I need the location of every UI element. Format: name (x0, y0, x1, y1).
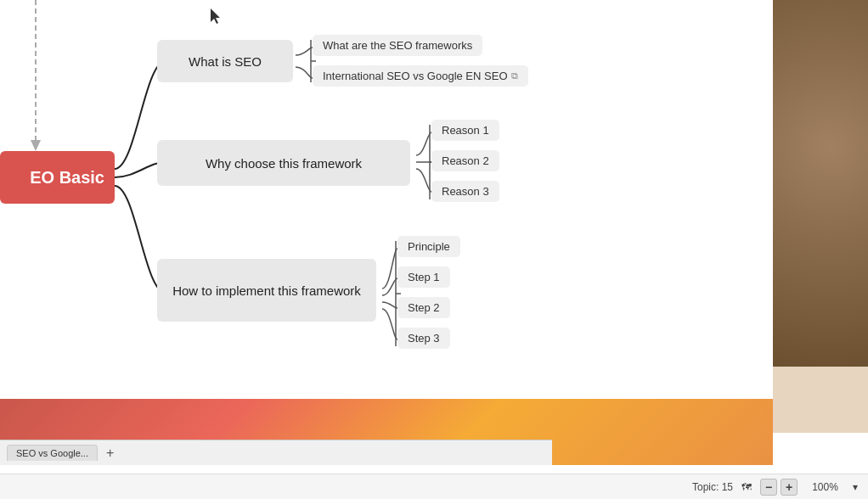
leaf-principle[interactable]: Principle (397, 236, 460, 257)
leaf-principle-label: Principle (408, 240, 450, 253)
leaf-international-seo[interactable]: International SEO vs Google EN SEO ⧉ (313, 65, 528, 87)
status-bar: Topic: 15 🗺 − + 100% ▾ (0, 474, 868, 499)
node-why-choose[interactable]: Why choose this framework (157, 140, 410, 186)
leaf-reason2[interactable]: Reason 2 (431, 150, 499, 171)
zoom-level: 100% (806, 481, 844, 493)
node-what-is-seo[interactable]: What is SEO (157, 40, 293, 82)
cursor-pointer (211, 8, 221, 24)
leaf-step1[interactable]: Step 1 (397, 266, 450, 288)
leaf-seo-frameworks-label: What are the SEO frameworks (323, 39, 472, 52)
node-how-to[interactable]: How to implement this framework (157, 259, 376, 322)
zoom-dropdown-icon[interactable]: ▾ (853, 481, 858, 493)
mind-map-canvas: EO Basic What is SEO What are the SEO fr… (0, 0, 773, 433)
topic-count: Topic: 15 (692, 481, 733, 493)
leaf-step3[interactable]: Step 3 (397, 328, 450, 349)
leaf-step2[interactable]: Step 2 (397, 297, 450, 318)
leaf-reason3-label: Reason 3 (442, 185, 489, 198)
node-how-to-label: How to implement this framework (172, 283, 361, 298)
map-icon: 🗺 (741, 481, 752, 493)
leaf-international-seo-label: International SEO vs Google EN SEO (323, 70, 508, 82)
leaf-step3-label: Step 3 (408, 332, 440, 345)
copy-icon[interactable]: ⧉ (511, 70, 518, 81)
zoom-controls: − + (760, 479, 798, 496)
add-tab-button[interactable]: + (101, 446, 119, 461)
svg-marker-2 (211, 8, 220, 24)
svg-marker-1 (31, 140, 41, 151)
zoom-in-button[interactable]: + (781, 479, 798, 496)
tab-seo-google[interactable]: SEO vs Google... (7, 445, 98, 461)
right-panel (773, 0, 868, 433)
leaf-reason2-label: Reason 2 (442, 154, 489, 167)
leaf-reason1-label: Reason 1 (442, 124, 489, 137)
node-why-choose-label: Why choose this framework (206, 156, 362, 171)
leaf-step1-label: Step 1 (408, 271, 440, 283)
leaf-step2-label: Step 2 (408, 301, 440, 314)
leaf-reason1[interactable]: Reason 1 (431, 120, 499, 141)
root-node[interactable]: EO Basic (0, 151, 115, 204)
leaf-reason3[interactable]: Reason 3 (431, 181, 499, 202)
tab-area: SEO vs Google... + (0, 440, 552, 465)
node-what-is-seo-label: What is SEO (189, 54, 262, 69)
zoom-out-button[interactable]: − (760, 479, 777, 496)
root-node-label: EO Basic (30, 168, 104, 188)
leaf-seo-frameworks[interactable]: What are the SEO frameworks (313, 35, 482, 56)
right-panel-texture (773, 0, 868, 367)
